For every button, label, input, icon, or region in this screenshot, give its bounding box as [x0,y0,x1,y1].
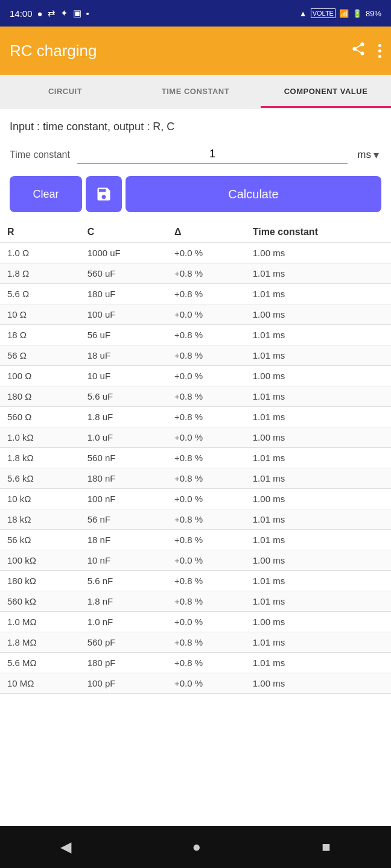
col-header-c: C [80,222,167,243]
table-cell-16-0: 180 kΩ [0,571,80,591]
table-cell-2-1: 180 uF [80,284,167,304]
table-row: 1.8 MΩ560 pF+0.8 %1.01 ms [0,632,391,653]
table-cell-0-1: 1000 uF [80,243,167,263]
clear-button[interactable]: Clear [10,176,82,212]
calculate-button[interactable]: Calculate [126,176,381,212]
table-cell-4-0: 18 Ω [0,325,80,345]
table-cell-11-3: 1.01 ms [246,468,391,489]
table-cell-1-3: 1.01 ms [246,263,391,284]
main-content: Input : time constant, output : R, C Tim… [0,108,391,826]
table-cell-19-0: 1.8 MΩ [0,632,80,653]
table-cell-7-1: 5.6 uF [80,386,167,407]
table-cell-19-3: 1.01 ms [246,632,391,653]
sync-icon: ⇄ [48,8,56,19]
share-button[interactable] [351,41,366,60]
table-row: 5.6 MΩ180 pF+0.8 %1.01 ms [0,653,391,673]
table-cell-6-1: 10 uF [80,366,167,386]
table-cell-3-0: 10 Ω [0,304,80,325]
table-cell-8-3: 1.01 ms [246,407,391,427]
table-cell-18-1: 1.0 nF [80,612,167,632]
dot-icon: • [86,8,89,19]
table-cell-6-2: +0.0 % [167,366,246,386]
table-cell-15-1: 10 nF [80,550,167,571]
table-cell-8-1: 1.8 uF [80,407,167,427]
unit-label: ms [357,149,371,161]
table-cell-2-2: +0.8 % [167,284,246,304]
table-cell-5-2: +0.8 % [167,345,246,366]
table-cell-10-2: +0.8 % [167,448,246,468]
table-cell-17-0: 560 kΩ [0,591,80,612]
table-cell-18-3: 1.00 ms [246,612,391,632]
status-right: ▲ VOLTE 📶 🔋 89% [299,8,381,18]
table-cell-2-3: 1.01 ms [246,284,391,304]
subtitle: Input : time constant, output : R, C [0,108,391,139]
tab-time-constant[interactable]: TIME CONSTANT [130,75,261,108]
unit-selector[interactable]: ms ▾ [355,146,381,164]
col-header-delta: Δ [167,222,246,243]
table-cell-7-3: 1.01 ms [246,386,391,407]
table-cell-19-2: +0.8 % [167,632,246,653]
table-cell-1-0: 1.8 Ω [0,263,80,284]
table-row: 5.6 kΩ180 nF+0.8 %1.01 ms [0,468,391,489]
signal2-icon: 📶 [339,9,349,18]
tab-circuit[interactable]: CIRCUIT [0,75,130,108]
table-cell-20-0: 5.6 MΩ [0,653,80,673]
more-options-button[interactable] [378,44,381,58]
table-cell-3-2: +0.0 % [167,304,246,325]
home-button[interactable]: ● [186,832,207,861]
table-cell-0-2: +0.0 % [167,243,246,263]
battery-level: 89% [366,9,381,18]
table-cell-16-2: +0.8 % [167,571,246,591]
table-row: 10 MΩ100 pF+0.0 %1.00 ms [0,673,391,694]
unit-dropdown-arrow: ▾ [374,148,379,162]
table-cell-21-0: 10 MΩ [0,673,80,694]
table-cell-14-3: 1.01 ms [246,530,391,550]
bluetooth-icon: ✦ [60,8,68,19]
table-cell-18-0: 1.0 MΩ [0,612,80,632]
table-row: 180 Ω5.6 uF+0.8 %1.01 ms [0,386,391,407]
tabs-container: CIRCUIT TIME CONSTANT COMPONENT VALUE [0,75,391,108]
table-cell-4-3: 1.01 ms [246,325,391,345]
table-row: 18 kΩ56 nF+0.8 %1.01 ms [0,509,391,530]
col-header-r: R [0,222,80,243]
status-left: 14:00 ● ⇄ ✦ ▣ • [10,8,89,19]
status-bar: 14:00 ● ⇄ ✦ ▣ • ▲ VOLTE 📶 🔋 89% [0,0,391,27]
table-row: 560 Ω1.8 uF+0.8 %1.01 ms [0,407,391,427]
back-button[interactable]: ◀ [54,832,77,861]
table-cell-8-2: +0.8 % [167,407,246,427]
table-cell-3-3: 1.00 ms [246,304,391,325]
table-cell-17-2: +0.8 % [167,591,246,612]
table-cell-14-2: +0.8 % [167,530,246,550]
table-cell-10-0: 1.8 kΩ [0,448,80,468]
table-row: 1.0 MΩ1.0 nF+0.0 %1.00 ms [0,612,391,632]
save-button[interactable] [86,176,122,212]
table-row: 10 Ω100 uF+0.0 %1.00 ms [0,304,391,325]
table-cell-16-1: 5.6 nF [80,571,167,591]
table-cell-12-1: 100 nF [80,489,167,509]
table-cell-3-1: 100 uF [80,304,167,325]
table-cell-6-3: 1.00 ms [246,366,391,386]
table-cell-4-1: 56 uF [80,325,167,345]
table-row: 18 Ω56 uF+0.8 %1.01 ms [0,325,391,345]
recent-button[interactable]: ■ [316,832,337,861]
input-label: Time constant [10,149,70,160]
results-table: R C Δ Time constant 1.0 Ω1000 uF+0.0 %1.… [0,222,391,694]
table-cell-21-2: +0.0 % [167,673,246,694]
table-cell-13-3: 1.01 ms [246,509,391,530]
tab-component-value[interactable]: COMPONENT VALUE [261,75,391,108]
table-cell-2-0: 5.6 Ω [0,284,80,304]
app-bar-icons [351,41,381,60]
volte-icon: VOLTE [311,8,335,18]
table-cell-11-2: +0.8 % [167,468,246,489]
table-row: 1.0 Ω1000 uF+0.0 %1.00 ms [0,243,391,263]
bottom-nav: ◀ ● ■ [0,826,391,868]
table-cell-15-3: 1.00 ms [246,550,391,571]
time-constant-input[interactable] [77,145,348,164]
table-cell-20-3: 1.01 ms [246,653,391,673]
table-cell-6-0: 100 Ω [0,366,80,386]
table-cell-13-0: 18 kΩ [0,509,80,530]
table-cell-10-1: 560 nF [80,448,167,468]
table-cell-9-3: 1.00 ms [246,427,391,448]
table-row: 1.8 kΩ560 nF+0.8 %1.01 ms [0,448,391,468]
table-row: 10 kΩ100 nF+0.0 %1.00 ms [0,489,391,509]
